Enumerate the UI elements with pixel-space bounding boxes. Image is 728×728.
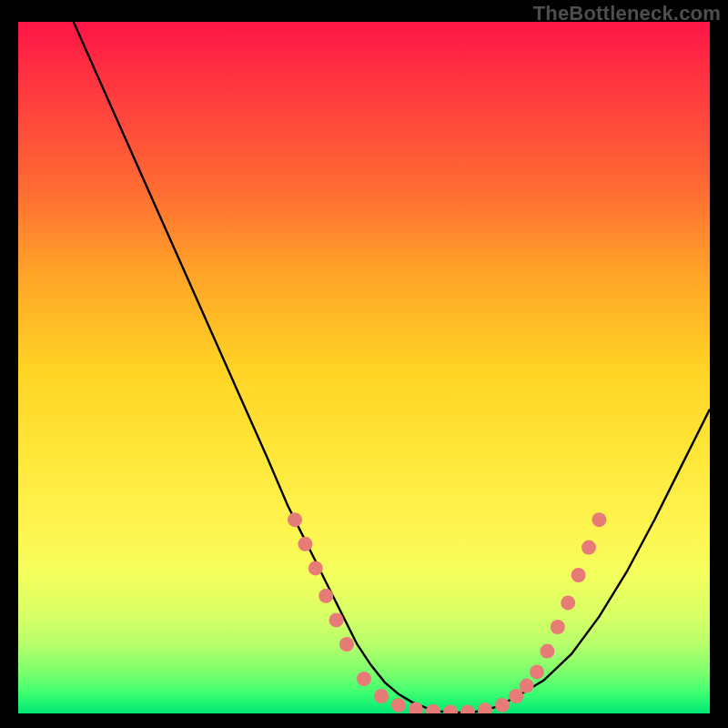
highlight-dot [592,512,606,527]
plot-area [18,22,710,713]
highlight-dot [391,698,406,713]
watermark-text: TheBottleneck.com [533,2,721,25]
highlight-dot [298,537,312,551]
highlight-dot [308,561,323,575]
highlight-dot [495,698,510,713]
highlight-dot [540,644,554,659]
highlight-dot [318,589,333,603]
highlight-dot [571,568,586,582]
highlight-dot [520,679,534,693]
highlight-dot [509,689,523,703]
highlight-dot [530,664,544,679]
highlight-dot [409,702,423,713]
highlight-dot [478,703,492,713]
highlight-dot [426,704,440,713]
highlight-dot [551,620,565,634]
highlight-dot [288,512,302,527]
highlight-dots [18,22,710,713]
highlight-dot [561,595,575,610]
highlight-dot [339,637,354,652]
highlight-dot [581,541,596,555]
chart-frame: TheBottleneck.com [0,0,728,728]
highlight-dot [329,612,344,627]
highlight-dot [460,705,475,714]
highlight-dot [443,705,458,714]
highlight-dot [374,689,389,703]
highlight-dot [357,672,371,686]
